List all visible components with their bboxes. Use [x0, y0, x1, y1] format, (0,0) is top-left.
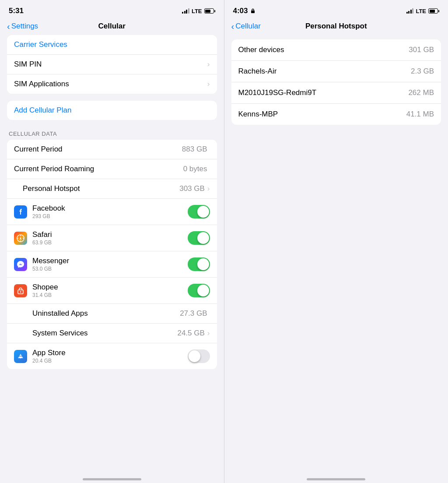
other-devices-label: Other devices: [238, 46, 284, 54]
sim-applications-row[interactable]: SIM Applications ›: [7, 74, 217, 94]
appstore-sublabel: 20.4 GB: [32, 358, 188, 364]
uninstalled-label: Uninstalled Apps: [32, 309, 180, 318]
right-content: Other devices 301 GB Rachels-Air 2.3 GB …: [224, 35, 448, 475]
sim-pin-label: SIM PIN: [14, 60, 207, 69]
right-time: 4:03: [233, 7, 248, 15]
left-status-icons: LTE: [182, 8, 215, 14]
right-back-chevron-icon: ‹: [231, 22, 234, 31]
current-period-row: Current Period 883 GB: [7, 140, 217, 159]
sim-pin-row[interactable]: SIM PIN ›: [7, 55, 217, 74]
left-time: 5:31: [9, 7, 24, 15]
battery-icon: [204, 8, 215, 14]
facebook-sublabel: 293 GB: [32, 213, 188, 219]
left-phone-panel: 5:31 LTE ‹ Settings Cellular: [0, 0, 224, 483]
cellular-data-group: CELLULAR DATA Current Period 883 GB Curr…: [0, 127, 224, 369]
right-status-icons: LTE: [406, 8, 439, 14]
kenns-mbp-label: Kenns-MBP: [238, 110, 278, 119]
uninstalled-row: Uninstalled Apps 27.3 GB: [7, 304, 217, 324]
kenns-mbp-value: 41.1 MB: [406, 110, 434, 119]
kenns-mbp-row: Kenns-MBP 41.1 MB: [231, 104, 441, 125]
roaming-label: Current Period Roaming: [14, 165, 183, 173]
messenger-icon: [14, 258, 27, 271]
appstore-toggle[interactable]: [188, 349, 210, 363]
right-lte-label: LTE: [416, 8, 426, 14]
hotspot-devices-card: Other devices 301 GB Rachels-Air 2.3 GB …: [231, 39, 441, 125]
shopee-sublabel: 31.4 GB: [32, 292, 188, 298]
facebook-toggle[interactable]: [188, 205, 210, 219]
svg-point-8: [20, 356, 21, 358]
other-devices-value: 301 GB: [409, 46, 434, 54]
back-label: Settings: [11, 22, 38, 31]
appstore-icon: [14, 350, 27, 363]
redmi9t-row: M2010J19SG-Redmi9T 262 MB: [231, 82, 441, 104]
cellular-back-button[interactable]: ‹ Cellular: [231, 22, 261, 31]
carrier-services-row[interactable]: Carrier Services: [7, 35, 217, 55]
system-services-chevron-icon: ›: [207, 329, 210, 338]
redmi9t-label: M2010J19SG-Redmi9T: [238, 88, 317, 97]
carrier-sim-card: Carrier Services SIM PIN › SIM Applicati…: [7, 35, 217, 94]
system-services-label: System Services: [32, 329, 177, 338]
right-status-bar: 4:03 LTE: [224, 0, 448, 19]
safari-toggle[interactable]: [188, 231, 210, 245]
back-chevron-icon: ‹: [7, 22, 10, 31]
appstore-label: App Store: [32, 349, 188, 357]
hotspot-data-row[interactable]: Personal Hotspot 303 GB ›: [7, 179, 217, 199]
signal-bars-icon: [182, 8, 189, 14]
redmi9t-value: 262 MB: [408, 88, 434, 97]
add-plan-row[interactable]: Add Cellular Plan: [7, 101, 217, 120]
cellular-data-section-label: CELLULAR DATA: [0, 127, 224, 140]
left-nav-bar: ‹ Settings Cellular: [0, 19, 224, 35]
right-back-label: Cellular: [235, 22, 261, 31]
appstore-row: App Store 20.4 GB: [7, 343, 217, 369]
left-content: Carrier Services SIM PIN › SIM Applicati…: [0, 35, 224, 475]
rachels-air-label: Rachels-Air: [238, 67, 277, 76]
messenger-label: Messenger: [32, 257, 188, 265]
home-bar: [83, 478, 141, 480]
current-period-value: 883 GB: [182, 145, 207, 154]
left-status-bar: 5:31 LTE: [0, 0, 224, 19]
sim-pin-chevron-icon: ›: [207, 60, 210, 69]
system-services-value: 24.5 GB: [177, 329, 204, 338]
svg-marker-5: [20, 236, 21, 240]
other-devices-row: Other devices 301 GB: [231, 39, 441, 61]
shopee-row: Shopee 31.4 GB: [7, 278, 217, 304]
hotspot-chevron-icon: ›: [207, 184, 210, 193]
roaming-value: 0 bytes: [183, 165, 207, 173]
safari-row: Safari 63.9 GB: [7, 225, 217, 251]
svg-rect-9: [251, 11, 255, 13]
system-services-row[interactable]: System Services 24.5 GB ›: [7, 324, 217, 343]
right-battery-icon: [428, 8, 439, 14]
lock-status-icon: [250, 8, 256, 14]
settings-back-button[interactable]: ‹ Settings: [7, 22, 38, 31]
shopee-label: Shopee: [32, 283, 188, 292]
rachels-air-value: 2.3 GB: [411, 67, 434, 76]
add-plan-card: Add Cellular Plan: [7, 101, 217, 120]
shopee-toggle[interactable]: [188, 284, 210, 297]
cellular-data-card: Current Period 883 GB Current Period Roa…: [7, 140, 217, 369]
add-plan-label: Add Cellular Plan: [14, 106, 71, 115]
facebook-label: Facebook: [32, 204, 188, 213]
lte-label: LTE: [192, 8, 202, 14]
sim-applications-label: SIM Applications: [14, 80, 207, 88]
right-nav-bar: ‹ Cellular Personal Hotspot: [224, 19, 448, 35]
messenger-row: Messenger 53.0 GB: [7, 251, 217, 278]
safari-label: Safari: [32, 230, 188, 239]
rachels-air-row: Rachels-Air 2.3 GB: [231, 61, 441, 82]
safari-icon: [14, 232, 27, 245]
roaming-row: Current Period Roaming 0 bytes: [7, 159, 217, 179]
svg-point-7: [20, 291, 21, 293]
page-title: Cellular: [98, 22, 126, 31]
facebook-row: Facebook 293 GB: [7, 199, 217, 225]
safari-sublabel: 63.9 GB: [32, 240, 188, 246]
right-home-indicator: [224, 475, 448, 483]
right-home-bar: [307, 478, 365, 480]
hotspot-data-value: 303 GB: [179, 184, 205, 193]
left-home-indicator: [0, 475, 224, 483]
right-phone-panel: 4:03 LTE ‹ Cellula: [224, 0, 448, 483]
shopee-icon: [14, 284, 27, 297]
current-period-label: Current Period: [14, 145, 182, 154]
carrier-services-label: Carrier Services: [14, 40, 210, 49]
right-signal-bars-icon: [406, 8, 414, 14]
messenger-toggle[interactable]: [188, 257, 210, 271]
messenger-sublabel: 53.0 GB: [32, 266, 188, 272]
